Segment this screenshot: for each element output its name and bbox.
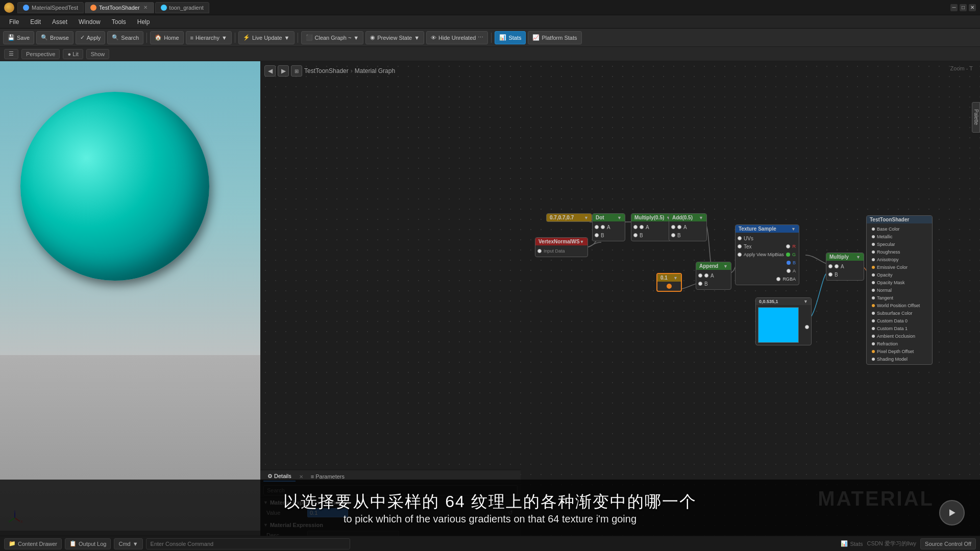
dot-pin-out xyxy=(595,225,599,229)
palette-tab[interactable]: Palette xyxy=(972,102,980,133)
show-button[interactable]: Show xyxy=(86,49,110,59)
menu-tools[interactable]: Tools xyxy=(107,17,131,27)
tab-close-toon[interactable]: ✕ xyxy=(142,5,149,11)
preview-state-button[interactable]: ◉ Preview State ▼ xyxy=(365,31,424,44)
color-preview[interactable] xyxy=(758,307,799,343)
app-label-a: A xyxy=(710,273,714,279)
node-constant-chevron[interactable]: ▼ xyxy=(584,215,589,220)
breadcrumb-root[interactable]: TestToonShader xyxy=(304,67,349,74)
node-multiply-2[interactable]: Multiply ▼ A B xyxy=(826,253,864,281)
clean-graph-button[interactable]: ⬛ Clean Graph ~ ▼ xyxy=(301,31,364,44)
nav-expand[interactable]: ⊞ xyxy=(291,65,302,77)
browse-button[interactable]: 🔍 Browse xyxy=(36,31,74,44)
svg-text:Z: Z xyxy=(14,510,16,512)
output-log-icon: 📋 xyxy=(69,540,77,547)
mul-b-in xyxy=(633,233,638,237)
source-control-button[interactable]: Source Control Off xyxy=(920,538,976,549)
console-command-input[interactable] xyxy=(146,538,350,549)
nav-back[interactable]: ◀ xyxy=(264,65,276,77)
add-out xyxy=(671,225,675,229)
details-search-input[interactable] xyxy=(263,485,518,495)
node-add-chevron[interactable]: ▼ xyxy=(699,215,703,220)
node-append[interactable]: Append ▼ A B xyxy=(696,262,731,290)
close-button[interactable]: ✕ xyxy=(969,4,976,11)
tts-world-pos: World Position Offset xyxy=(869,302,930,309)
menu-file[interactable]: File xyxy=(4,17,24,27)
tab-icon-toon xyxy=(90,5,96,11)
app-b-in xyxy=(698,282,702,286)
node-append-chevron[interactable]: ▼ xyxy=(723,264,728,269)
tab-details-close[interactable]: ✕ xyxy=(298,473,305,481)
node-dot-chevron[interactable]: ▼ xyxy=(617,215,622,220)
viewport[interactable]: X Y Z ⬛ ⬜ □ ⊕ ⚙ xyxy=(0,61,260,551)
tab-details-icon: ⚙ xyxy=(267,473,273,479)
menu-edit[interactable]: Edit xyxy=(25,17,46,27)
node-vertex-normal[interactable]: VertexNormalWS ▼ Input Data xyxy=(535,237,588,257)
apply-button[interactable]: ✓ Apply xyxy=(76,31,106,44)
node-color-swatch[interactable]: 0,0.535,1 ▼ xyxy=(755,297,812,345)
node-01-chevron[interactable]: ▼ xyxy=(673,276,678,281)
node-add-body: A B xyxy=(669,221,706,241)
play-button[interactable] xyxy=(939,500,965,525)
section-mat-const-header[interactable]: ▼ Material Expression Constant xyxy=(263,498,518,507)
node-vn-label: VertexNormalWS xyxy=(538,239,580,244)
node-color-chevron[interactable]: ▼ xyxy=(803,299,808,304)
tts-opacity: Opacity xyxy=(869,271,930,279)
tts-pdo-label: Pixel Depth Offset xyxy=(877,349,914,354)
search-icon: 🔍 xyxy=(112,34,119,41)
section-mat-expr-header[interactable]: ▼ Material Expression xyxy=(263,521,518,529)
toolbar-sep-3 xyxy=(298,33,298,43)
tex-g-out xyxy=(786,253,790,257)
stats-status: 📊 Stats xyxy=(841,540,863,547)
lit-button[interactable]: ● Lit xyxy=(63,49,83,59)
perspective-button[interactable]: Perspective xyxy=(21,49,60,59)
maximize-button[interactable]: □ xyxy=(960,4,967,11)
prop-value-input[interactable] xyxy=(307,508,348,517)
nav-forward[interactable]: ▶ xyxy=(278,65,289,77)
menu-window[interactable]: Window xyxy=(74,17,106,27)
node-texture-chevron[interactable]: ▼ xyxy=(791,227,796,232)
node-add-label: Add(0.5) xyxy=(672,215,693,220)
node-dot-label: Dot xyxy=(596,215,604,220)
node-tex-tex: Tex R xyxy=(738,242,797,251)
hide-unrelated-icon: 👁 xyxy=(431,35,436,41)
tab-parameters[interactable]: ≡ Parameters xyxy=(307,472,349,482)
node-vn-chevron[interactable]: ▼ xyxy=(580,239,584,244)
graph-area[interactable]: ◀ ▶ ⊞ TestToonShader › Material Graph Zo… xyxy=(260,61,980,551)
node-multiply[interactable]: Multiply(0.5) ▼ A B xyxy=(631,213,674,241)
prop-value-container xyxy=(307,508,504,517)
prop-value-row: Value ↺ xyxy=(263,507,518,519)
node-constant[interactable]: 0.7,0.7,0.7 ▼ xyxy=(546,213,592,222)
hide-unrelated-button[interactable]: 👁 Hide Unrelated ⋯ xyxy=(426,31,488,44)
tab-details[interactable]: ⚙ Details xyxy=(263,472,296,482)
output-log-button[interactable]: 📋 Output Log xyxy=(65,538,111,549)
save-button[interactable]: 💾 Save xyxy=(3,31,34,44)
platform-stats-button[interactable]: 📈 Platform Stats xyxy=(528,31,581,44)
node-color-body xyxy=(756,305,811,345)
breadcrumb-child[interactable]: Material Graph xyxy=(355,67,395,74)
status-bar: 📁 Content Drawer 📋 Output Log Cmd ▼ 📊 St… xyxy=(0,536,980,551)
tab-gradient[interactable]: toon_gradient xyxy=(155,2,209,13)
stats-button[interactable]: 📊 Stats xyxy=(495,31,526,44)
home-button[interactable]: 🏠 Home xyxy=(150,31,183,44)
node-mul2-chevron[interactable]: ▼ xyxy=(856,255,861,260)
minimize-button[interactable]: ─ xyxy=(950,4,958,11)
cmd-button[interactable]: Cmd ▼ xyxy=(114,538,142,549)
tab-toon-shader[interactable]: TestToonShader ✕ xyxy=(85,2,154,13)
tts-rough-label: Roughness xyxy=(877,249,900,255)
content-drawer-button[interactable]: 📁 Content Drawer xyxy=(4,538,62,549)
hierarchy-button[interactable]: ≡ Hierarchy ▼ xyxy=(186,31,232,44)
node-toon-shader-output[interactable]: TestToonShader Base Color Metallic Specu… xyxy=(866,215,933,365)
node-add[interactable]: Add(0.5) ▼ A B xyxy=(669,213,707,241)
prop-value-reset[interactable]: ↺ xyxy=(506,509,514,517)
node-constant-01[interactable]: 0.1 ▼ xyxy=(656,273,682,292)
live-update-button[interactable]: ⚡ Live Update ▼ xyxy=(238,31,295,44)
tab-material-speed-test[interactable]: MaterialSpeedTest xyxy=(17,2,84,13)
node-dot[interactable]: Dot ▼ A B xyxy=(592,213,625,241)
node-texture-sample[interactable]: Texture Sample ▼ UVs Tex R Apply View Mi… xyxy=(735,224,799,285)
search-button[interactable]: 🔍 Search xyxy=(107,31,143,44)
hamburger-menu[interactable]: ☰ xyxy=(4,49,18,59)
menu-asset[interactable]: Asset xyxy=(47,17,72,27)
tts-ref-label: Refraction xyxy=(877,341,898,346)
menu-help[interactable]: Help xyxy=(132,17,155,27)
